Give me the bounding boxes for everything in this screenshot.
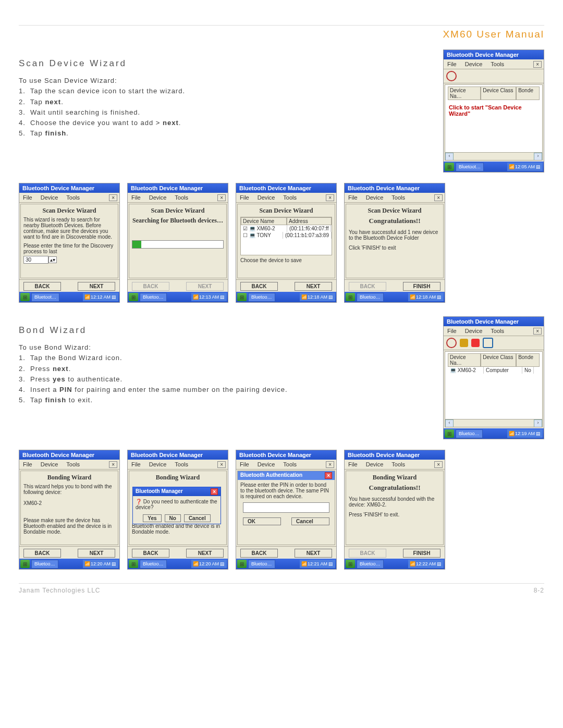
- device-row[interactable]: ☐ 💻 TONY(00:11:b1:07:a3:89: [241, 232, 332, 239]
- menu-file[interactable]: File: [446, 60, 458, 68]
- menu-tools[interactable]: Tools: [173, 194, 190, 201]
- discovery-time-input[interactable]: 30: [23, 256, 48, 264]
- dialog-body: Do you need to authenticate the device?: [136, 499, 217, 510]
- cancel-button[interactable]: Cancel: [184, 514, 211, 522]
- menu-device[interactable]: Device: [463, 60, 484, 68]
- menu-device[interactable]: Device: [463, 327, 484, 335]
- scroll-right-icon[interactable]: ›: [534, 153, 542, 161]
- close-icon[interactable]: ×: [434, 461, 443, 468]
- finish-button[interactable]: FINISH: [403, 282, 440, 291]
- menu-tools[interactable]: Tools: [282, 461, 298, 468]
- start-button[interactable]: ⊞: [346, 560, 355, 568]
- ok-button[interactable]: OK: [243, 517, 281, 525]
- close-icon[interactable]: ×: [434, 194, 443, 201]
- menu-tools[interactable]: Tools: [390, 194, 407, 201]
- menu-tools[interactable]: Tools: [173, 461, 190, 468]
- back-button[interactable]: BACK: [132, 549, 169, 558]
- back-button[interactable]: BACK: [240, 549, 278, 558]
- scan-step-4: 4. Choose the device you want to add > n…: [19, 118, 433, 128]
- menu-file[interactable]: File: [238, 194, 251, 201]
- taskbar-app[interactable]: Bluetoo…: [140, 293, 167, 302]
- finish-button[interactable]: FINISH: [403, 549, 440, 558]
- menu-file[interactable]: File: [446, 327, 458, 335]
- start-button[interactable]: ⊞: [346, 293, 355, 301]
- menu-file[interactable]: File: [347, 461, 359, 468]
- no-button[interactable]: No: [165, 514, 181, 522]
- taskbar-app[interactable]: Bluetoot…: [456, 163, 484, 171]
- next-button[interactable]: NEXT: [295, 549, 332, 558]
- device-row[interactable]: ☑ 💻 XM60-2(00:11:f6:40:07:ff: [241, 225, 332, 232]
- menu-file[interactable]: File: [130, 461, 142, 468]
- close-icon[interactable]: ×: [211, 488, 218, 495]
- menu-tools[interactable]: Tools: [65, 461, 81, 468]
- back-button: BACK: [349, 549, 386, 558]
- close-icon[interactable]: ×: [533, 328, 542, 335]
- close-icon[interactable]: ×: [217, 461, 226, 468]
- start-button[interactable]: ⊞: [445, 163, 454, 171]
- spinner-icon[interactable]: ▴▾: [48, 256, 57, 263]
- close-icon[interactable]: ×: [533, 61, 542, 68]
- taskbar-app[interactable]: Bluetoo…: [456, 429, 483, 438]
- menu-device[interactable]: Device: [39, 461, 60, 468]
- menu-tools[interactable]: Tools: [282, 194, 298, 201]
- next-button[interactable]: NEXT: [186, 549, 224, 558]
- back-button[interactable]: BACK: [23, 549, 61, 558]
- next-button[interactable]: NEXT: [78, 549, 115, 558]
- pin-input[interactable]: [243, 502, 329, 513]
- scroll-left-icon[interactable]: ‹: [445, 419, 454, 427]
- clock: 12:22 AM: [416, 561, 436, 566]
- menu-file[interactable]: File: [21, 194, 34, 201]
- next-button[interactable]: NEXT: [295, 282, 332, 291]
- start-button[interactable]: ⊞: [20, 293, 30, 301]
- menu-device[interactable]: Device: [148, 461, 168, 468]
- menu-file[interactable]: File: [238, 461, 251, 468]
- delete-icon[interactable]: [471, 339, 480, 347]
- menu-tools[interactable]: Tools: [489, 327, 506, 335]
- menu-device[interactable]: Device: [364, 194, 385, 201]
- scan-icon[interactable]: [446, 71, 457, 81]
- taskbar-app[interactable]: Bluetoo…: [248, 293, 275, 302]
- close-icon[interactable]: ×: [325, 472, 332, 479]
- menu-tools[interactable]: Tools: [489, 60, 506, 68]
- menu-device[interactable]: Device: [148, 194, 168, 201]
- menu-tools[interactable]: Tools: [390, 461, 407, 468]
- menu-device[interactable]: Device: [256, 461, 277, 468]
- taskbar-app[interactable]: Bluetoot…: [31, 293, 59, 302]
- close-icon[interactable]: ×: [326, 194, 334, 201]
- start-button[interactable]: ⊞: [237, 560, 247, 568]
- back-button[interactable]: BACK: [240, 282, 278, 291]
- start-button[interactable]: ⊞: [129, 560, 138, 568]
- bond-intro: To use Bond Wizard:: [19, 342, 433, 353]
- scan-icon[interactable]: [483, 338, 493, 348]
- device-row[interactable]: 💻 XM60-2ComputerNo: [448, 367, 540, 374]
- taskbar-app[interactable]: Bluetoo…: [140, 560, 167, 569]
- scroll-left-icon[interactable]: ‹: [445, 153, 454, 161]
- taskbar-app[interactable]: Bluetoo…: [357, 293, 384, 302]
- close-icon[interactable]: ×: [217, 194, 226, 201]
- start-button[interactable]: ⊞: [237, 293, 247, 301]
- close-icon[interactable]: ×: [109, 461, 117, 468]
- start-button[interactable]: ⊞: [445, 429, 454, 438]
- taskbar-app[interactable]: Bluetoo…: [357, 560, 384, 569]
- start-button[interactable]: ⊞: [129, 293, 138, 301]
- menu-device[interactable]: Device: [39, 194, 60, 201]
- next-button[interactable]: NEXT: [78, 282, 115, 291]
- menu-device[interactable]: Device: [256, 194, 277, 201]
- tool-icon[interactable]: [460, 339, 468, 347]
- yes-button[interactable]: Yes: [143, 514, 161, 522]
- scroll-right-icon[interactable]: ›: [534, 419, 542, 427]
- bond-icon[interactable]: [446, 338, 457, 348]
- cancel-button[interactable]: Cancel: [291, 517, 329, 525]
- taskbar-app[interactable]: Bluetoo…: [31, 560, 58, 569]
- back-button[interactable]: BACK: [23, 282, 61, 291]
- close-icon[interactable]: ×: [109, 194, 117, 201]
- start-button[interactable]: ⊞: [20, 560, 30, 568]
- close-icon[interactable]: ×: [326, 461, 334, 468]
- menu-file[interactable]: File: [130, 194, 142, 201]
- menu-file[interactable]: File: [347, 194, 359, 201]
- taskbar-app[interactable]: Bluetoo…: [248, 560, 275, 569]
- menu-device[interactable]: Device: [364, 461, 385, 468]
- target-device: XM60-2: [23, 500, 115, 506]
- menu-tools[interactable]: Tools: [65, 194, 81, 201]
- menu-file[interactable]: File: [21, 461, 34, 468]
